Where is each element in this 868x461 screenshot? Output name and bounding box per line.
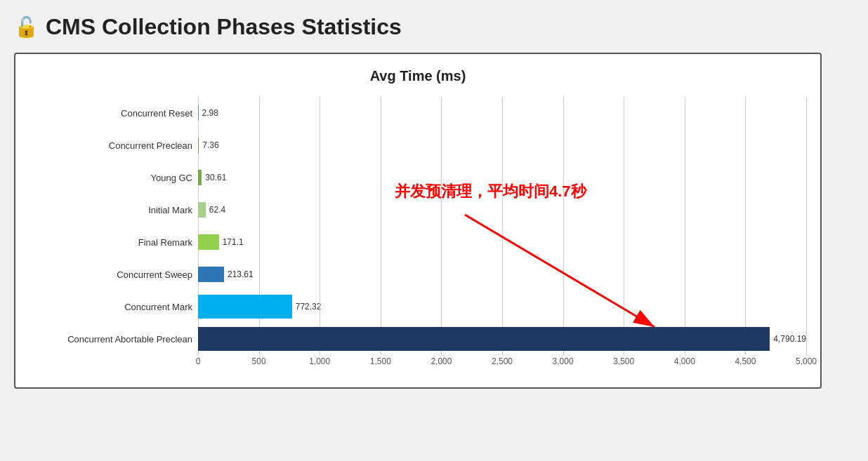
grid-line <box>502 129 503 161</box>
grid-line <box>685 226 685 258</box>
grid-line <box>685 129 685 161</box>
grid-line <box>745 290 746 323</box>
bar-area: 213.61 <box>198 258 806 290</box>
bar-value-label: 30.61 <box>205 173 226 182</box>
bar-label: Final Remark <box>29 237 198 248</box>
bar-area: 772.32 <box>198 290 806 323</box>
bar-fill <box>198 327 770 351</box>
x-axis-tick: 4,500 <box>735 356 756 366</box>
grid-line <box>745 226 746 258</box>
grid-line <box>381 290 381 323</box>
grid-line <box>563 194 564 226</box>
grid-line <box>381 226 381 258</box>
grid-line <box>685 290 685 323</box>
bar-row: Concurrent Abortable Preclean4,790.19 <box>29 323 806 355</box>
x-axis-tick: 3,000 <box>553 356 574 366</box>
grid-line <box>563 258 564 290</box>
bar-area: 30.61 <box>198 161 806 194</box>
bar-fill <box>198 295 292 319</box>
grid-line <box>381 97 381 129</box>
x-axis-tick: 2,500 <box>492 356 513 366</box>
grid-line <box>320 161 320 194</box>
grid-line <box>624 258 624 290</box>
x-axis-tick: 1,500 <box>370 356 391 366</box>
grid-line <box>745 194 746 226</box>
grid-line <box>806 194 807 226</box>
grid-line <box>685 194 685 226</box>
bar-area: 62.4 <box>198 194 806 226</box>
x-axis-tick: 1,000 <box>309 356 330 366</box>
bar-label: Concurrent Abortable Preclean <box>29 334 198 345</box>
grid-line <box>441 97 442 129</box>
grid-line <box>381 161 381 194</box>
chart-title: Avg Time (ms) <box>29 68 806 84</box>
bar-fill <box>198 202 206 218</box>
grid-line <box>259 226 260 258</box>
grid-line <box>259 129 260 161</box>
x-axis-tick: 500 <box>252 356 266 366</box>
grid-line <box>563 290 564 323</box>
grid-line <box>685 258 685 290</box>
x-axis-tick: 2,000 <box>430 356 452 366</box>
grid-line <box>320 194 320 226</box>
bar-label: Concurrent Preclean <box>29 140 198 151</box>
grid-line <box>806 129 807 161</box>
bar-fill <box>198 234 219 250</box>
bar-area: 2.98 <box>198 97 806 129</box>
grid-line <box>806 97 807 129</box>
grid-line <box>441 258 442 290</box>
bar-row: Concurrent Sweep213.61 <box>29 258 806 290</box>
grid-line <box>563 129 564 161</box>
grid-line <box>563 97 564 129</box>
bar-fill <box>198 170 202 185</box>
bar-row: Young GC30.61 <box>29 161 806 194</box>
grid-line <box>320 129 320 161</box>
grid-line <box>624 129 624 161</box>
bar-row: Final Remark171.1 <box>29 226 806 258</box>
grid-line <box>259 258 260 290</box>
bar-fill <box>198 105 199 121</box>
grid-line <box>563 226 564 258</box>
grid-line <box>502 226 503 258</box>
bar-value-label: 62.4 <box>209 205 225 215</box>
bar-area: 171.1 <box>198 226 806 258</box>
grid-line <box>441 129 442 161</box>
grid-line <box>502 161 503 194</box>
grid-line <box>320 258 320 290</box>
bar-value-label: 772.32 <box>296 302 322 312</box>
lock-icon: 🔓 <box>14 15 39 39</box>
bar-fill <box>198 267 224 282</box>
grid-line <box>502 97 503 129</box>
grid-line <box>806 323 807 355</box>
bar-label: Concurrent Reset <box>29 108 198 119</box>
grid-line <box>563 161 564 194</box>
bar-value-label: 4,790.19 <box>773 334 806 344</box>
grid-line <box>806 258 807 290</box>
grid-line <box>381 194 381 226</box>
bar-area: 7.36 <box>198 129 806 161</box>
grid-line <box>624 97 624 129</box>
x-axis: 05001,0001,5002,0002,5003,0003,5004,0004… <box>198 356 806 373</box>
grid-line <box>441 161 442 194</box>
grid-line <box>502 290 503 323</box>
grid-line <box>441 290 442 323</box>
bar-value-label: 171.1 <box>223 237 244 247</box>
grid-line <box>624 290 624 323</box>
x-axis-tick: 4,000 <box>674 356 695 366</box>
grid-line <box>685 161 685 194</box>
grid-line <box>320 97 320 129</box>
grid-line <box>685 97 685 129</box>
grid-line <box>441 226 442 258</box>
grid-line <box>745 129 746 161</box>
grid-line <box>745 97 746 129</box>
x-axis-tick: 0 <box>196 356 201 366</box>
bar-row: Concurrent Mark772.32 <box>29 290 806 323</box>
grid-line <box>745 161 746 194</box>
bar-area: 4,790.19 <box>198 323 806 355</box>
bar-row: Concurrent Preclean7.36 <box>29 129 806 161</box>
page-title: CMS Collection Phases Statistics <box>46 14 402 40</box>
grid-line <box>259 194 260 226</box>
grid-line <box>624 161 624 194</box>
grid-line <box>806 161 807 194</box>
x-axis-tick: 3,500 <box>613 356 634 366</box>
